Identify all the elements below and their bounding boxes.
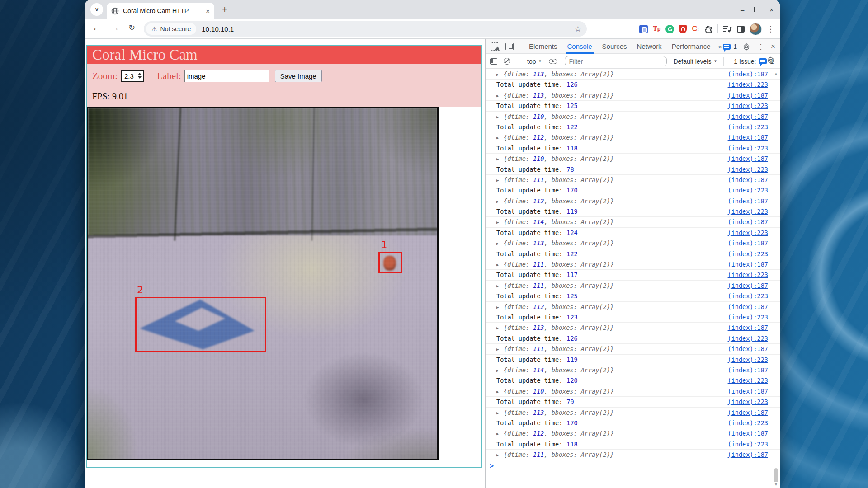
- issues-bubble-icon[interactable]: [723, 44, 731, 50]
- source-link[interactable]: (index):223: [728, 249, 768, 259]
- tab-elements[interactable]: Elements: [524, 39, 562, 54]
- c-extension-icon[interactable]: C:: [692, 25, 699, 33]
- expand-triangle-icon[interactable]: ▶: [496, 197, 504, 207]
- scrollbar-down-icon[interactable]: ▼: [774, 482, 778, 487]
- tab-sources[interactable]: Sources: [597, 39, 632, 54]
- expand-triangle-icon[interactable]: ▶: [496, 175, 504, 186]
- console-sidebar-icon[interactable]: [490, 58, 497, 65]
- tab-console[interactable]: Console: [562, 39, 597, 54]
- source-link[interactable]: (index):187: [728, 386, 768, 397]
- security-chip[interactable]: ⚠ Not secure: [146, 23, 196, 35]
- expand-triangle-icon[interactable]: ▶: [496, 154, 504, 164]
- inspect-element-icon[interactable]: [491, 42, 499, 51]
- source-link[interactable]: (index):187: [728, 238, 768, 249]
- source-link[interactable]: (index):223: [728, 228, 768, 238]
- source-link[interactable]: (index):187: [728, 428, 768, 439]
- profile-avatar[interactable]: [750, 23, 762, 35]
- expand-triangle-icon[interactable]: ▶: [496, 387, 504, 397]
- grammarly-extension-icon[interactable]: G: [665, 25, 674, 33]
- console-filter-input[interactable]: [565, 56, 667, 66]
- tab-close-icon[interactable]: ×: [206, 7, 210, 15]
- label-input[interactable]: [184, 70, 269, 82]
- source-link[interactable]: (index):223: [728, 312, 768, 323]
- minimize-button[interactable]: –: [741, 6, 744, 14]
- devtools-settings-gear-icon[interactable]: [743, 43, 751, 51]
- new-tab-button[interactable]: +: [219, 4, 231, 16]
- source-link[interactable]: (index):187: [728, 302, 768, 312]
- expand-triangle-icon[interactable]: ▶: [496, 260, 504, 270]
- source-link[interactable]: (index):187: [728, 450, 768, 460]
- scrollbar-up-icon[interactable]: ▲: [774, 71, 778, 76]
- source-link[interactable]: (index):223: [728, 355, 768, 365]
- source-link[interactable]: (index):223: [728, 164, 768, 175]
- address-bar[interactable]: ⚠ Not secure 10.10.10.1 ☆: [144, 21, 587, 37]
- source-link[interactable]: (index):223: [728, 206, 768, 217]
- source-link[interactable]: (index):223: [728, 143, 768, 154]
- back-button[interactable]: ←: [92, 23, 101, 33]
- tab-performance[interactable]: Performance: [667, 39, 716, 54]
- expand-triangle-icon[interactable]: ▶: [496, 112, 504, 122]
- url-text[interactable]: 10.10.10.1: [202, 25, 574, 33]
- privacy-extension-icon[interactable]: [639, 25, 648, 33]
- side-panel-icon[interactable]: [737, 26, 745, 33]
- source-link[interactable]: (index):223: [728, 397, 768, 407]
- source-link[interactable]: (index):187: [728, 323, 768, 333]
- source-link[interactable]: (index):187: [728, 196, 768, 206]
- source-link[interactable]: (index):223: [728, 185, 768, 196]
- expand-triangle-icon[interactable]: ▶: [496, 408, 504, 418]
- source-link[interactable]: (index):187: [728, 365, 768, 375]
- source-link[interactable]: (index):187: [728, 132, 768, 143]
- source-link[interactable]: (index):187: [728, 175, 768, 185]
- source-link[interactable]: (index):223: [728, 101, 768, 111]
- source-link[interactable]: (index):187: [728, 344, 768, 354]
- expand-triangle-icon[interactable]: ▶: [496, 302, 504, 313]
- reading-list-icon[interactable]: [723, 25, 732, 33]
- tab-network[interactable]: Network: [632, 39, 667, 54]
- expand-triangle-icon[interactable]: ▶: [496, 70, 504, 80]
- maximize-button[interactable]: [754, 7, 760, 12]
- source-link[interactable]: (index):187: [728, 112, 768, 122]
- source-link[interactable]: (index):223: [728, 291, 768, 301]
- bookmark-star-icon[interactable]: ☆: [575, 24, 581, 34]
- devtools-menu-icon[interactable]: ⋮: [757, 42, 764, 51]
- window-close-button[interactable]: ×: [769, 6, 774, 14]
- source-link[interactable]: (index):223: [728, 375, 768, 386]
- source-link[interactable]: (index):187: [728, 154, 768, 164]
- device-toolbar-icon[interactable]: [505, 43, 514, 50]
- expand-triangle-icon[interactable]: ▶: [496, 239, 504, 249]
- expand-triangle-icon[interactable]: ▶: [496, 344, 504, 355]
- expand-triangle-icon[interactable]: ▶: [496, 429, 504, 439]
- log-levels-selector[interactable]: Default levels ▼: [673, 58, 717, 65]
- source-link[interactable]: (index):223: [728, 439, 768, 450]
- source-link[interactable]: (index):223: [728, 418, 768, 428]
- source-link[interactable]: (index):187: [728, 281, 768, 291]
- zoom-stepper[interactable]: 2.3: [121, 70, 144, 82]
- console-prompt[interactable]: >: [486, 460, 780, 472]
- expand-triangle-icon[interactable]: ▶: [496, 323, 504, 333]
- extensions-puzzle-icon[interactable]: [704, 25, 712, 33]
- source-link[interactable]: (index):187: [728, 69, 768, 80]
- scrollbar-thumb[interactable]: [774, 468, 778, 482]
- devtools-close-icon[interactable]: ×: [771, 42, 775, 51]
- source-link[interactable]: (index):187: [728, 259, 768, 270]
- browser-menu-icon[interactable]: ⋮: [767, 24, 774, 34]
- reload-button[interactable]: ↻: [128, 23, 135, 33]
- source-link[interactable]: (index):223: [728, 333, 768, 344]
- expand-triangle-icon[interactable]: ▶: [496, 366, 504, 376]
- console-settings-gear-icon[interactable]: [768, 56, 775, 64]
- expand-triangle-icon[interactable]: ▶: [496, 217, 504, 228]
- shield-extension-icon[interactable]: [679, 25, 687, 33]
- expand-triangle-icon[interactable]: ▶: [496, 281, 504, 291]
- clear-console-icon[interactable]: [504, 58, 510, 65]
- expand-triangle-icon[interactable]: ▶: [496, 133, 504, 143]
- live-expression-eye-icon[interactable]: [549, 59, 557, 64]
- source-link[interactable]: (index):187: [728, 408, 768, 418]
- source-link[interactable]: (index):223: [728, 80, 768, 90]
- expand-triangle-icon[interactable]: ▶: [496, 450, 504, 460]
- stepper-arrows-icon[interactable]: [138, 73, 142, 79]
- save-image-button[interactable]: Save Image: [275, 70, 322, 82]
- source-link[interactable]: (index):223: [728, 122, 768, 132]
- expand-triangle-icon[interactable]: ▶: [496, 91, 504, 101]
- browser-tab[interactable]: Coral Micro Cam HTTP ×: [107, 3, 214, 19]
- tp-extension-icon[interactable]: Tp: [653, 25, 660, 33]
